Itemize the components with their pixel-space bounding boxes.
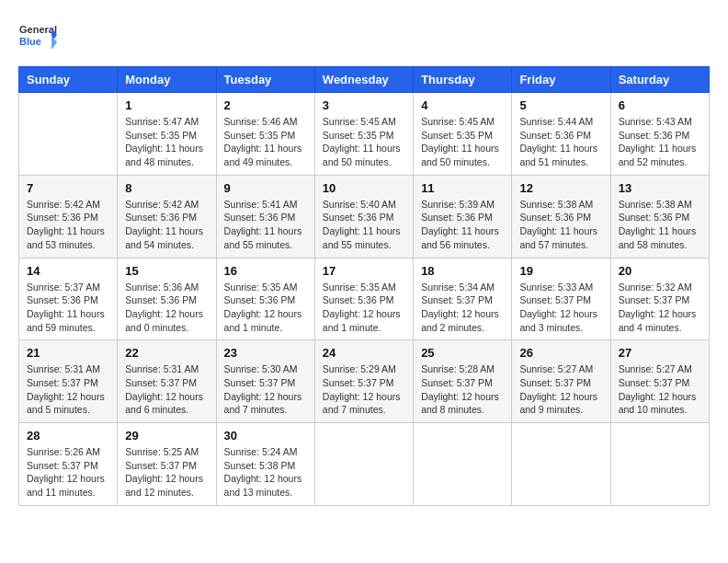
day-number: 30: [224, 429, 307, 442]
day-info: Sunrise: 5:42 AM Sunset: 5:36 PM Dayligh…: [125, 198, 208, 252]
calendar-cell: 20Sunrise: 5:32 AM Sunset: 5:37 PM Dayli…: [610, 258, 709, 340]
calendar-cell: 1Sunrise: 5:47 AM Sunset: 5:35 PM Daylig…: [118, 93, 216, 176]
day-info: Sunrise: 5:39 AM Sunset: 5:36 PM Dayligh…: [421, 198, 504, 252]
day-number: 29: [125, 429, 208, 442]
day-info: Sunrise: 5:46 AM Sunset: 5:35 PM Dayligh…: [224, 115, 307, 169]
day-info: Sunrise: 5:41 AM Sunset: 5:36 PM Dayligh…: [224, 198, 307, 252]
calendar-cell: 2Sunrise: 5:46 AM Sunset: 5:35 PM Daylig…: [216, 93, 314, 176]
day-info: Sunrise: 5:26 AM Sunset: 5:37 PM Dayligh…: [27, 445, 109, 500]
calendar-cell: 24Sunrise: 5:29 AM Sunset: 5:37 PM Dayli…: [314, 340, 413, 423]
day-info: Sunrise: 5:45 AM Sunset: 5:35 PM Dayligh…: [323, 115, 405, 169]
day-number: 11: [421, 181, 504, 195]
day-number: 13: [619, 181, 701, 195]
calendar-cell: [314, 423, 413, 506]
calendar-cell: 10Sunrise: 5:40 AM Sunset: 5:36 PM Dayli…: [314, 175, 413, 258]
calendar-cell: 12Sunrise: 5:38 AM Sunset: 5:36 PM Dayli…: [512, 175, 610, 258]
calendar-cell: 18Sunrise: 5:34 AM Sunset: 5:37 PM Dayli…: [414, 258, 512, 340]
day-info: Sunrise: 5:34 AM Sunset: 5:37 PM Dayligh…: [421, 281, 504, 335]
calendar-cell: 8Sunrise: 5:42 AM Sunset: 5:36 PM Daylig…: [118, 175, 216, 258]
day-number: 4: [421, 98, 504, 112]
calendar-cell: 19Sunrise: 5:33 AM Sunset: 5:37 PM Dayli…: [512, 258, 610, 340]
day-number: 18: [421, 264, 504, 278]
day-info: Sunrise: 5:31 AM Sunset: 5:37 PM Dayligh…: [27, 362, 109, 417]
day-number: 19: [519, 264, 602, 278]
day-info: Sunrise: 5:38 AM Sunset: 5:36 PM Dayligh…: [519, 198, 602, 252]
day-number: 8: [125, 181, 208, 195]
calendar-cell: 7Sunrise: 5:42 AM Sunset: 5:36 PM Daylig…: [19, 175, 118, 258]
calendar-cell: 11Sunrise: 5:39 AM Sunset: 5:36 PM Dayli…: [414, 175, 512, 258]
calendar-cell: 25Sunrise: 5:28 AM Sunset: 5:37 PM Dayli…: [414, 340, 512, 423]
day-number: 17: [323, 264, 405, 278]
calendar-cell: 16Sunrise: 5:35 AM Sunset: 5:36 PM Dayli…: [216, 258, 314, 340]
calendar-cell: [19, 93, 118, 176]
day-number: 6: [619, 98, 701, 112]
day-number: 25: [421, 346, 504, 360]
day-info: Sunrise: 5:35 AM Sunset: 5:36 PM Dayligh…: [323, 281, 405, 335]
day-info: Sunrise: 5:31 AM Sunset: 5:37 PM Dayligh…: [125, 362, 208, 417]
calendar-cell: 27Sunrise: 5:27 AM Sunset: 5:37 PM Dayli…: [610, 340, 709, 423]
day-info: Sunrise: 5:47 AM Sunset: 5:35 PM Dayligh…: [125, 115, 208, 169]
day-number: 7: [27, 181, 109, 195]
calendar-cell: 23Sunrise: 5:30 AM Sunset: 5:37 PM Dayli…: [216, 340, 314, 423]
header: General Blue: [18, 18, 710, 57]
day-info: Sunrise: 5:25 AM Sunset: 5:37 PM Dayligh…: [125, 445, 208, 500]
day-info: Sunrise: 5:24 AM Sunset: 5:38 PM Dayligh…: [224, 445, 307, 500]
day-info: Sunrise: 5:40 AM Sunset: 5:36 PM Dayligh…: [323, 198, 405, 252]
calendar-cell: [414, 423, 512, 506]
calendar-cell: 14Sunrise: 5:37 AM Sunset: 5:36 PM Dayli…: [19, 258, 118, 340]
day-number: 16: [224, 264, 307, 278]
col-header-friday: Friday: [512, 67, 610, 93]
day-info: Sunrise: 5:43 AM Sunset: 5:36 PM Dayligh…: [619, 115, 701, 169]
calendar-cell: [512, 423, 610, 506]
calendar-cell: 28Sunrise: 5:26 AM Sunset: 5:37 PM Dayli…: [19, 423, 118, 506]
day-number: 20: [619, 264, 701, 278]
day-info: Sunrise: 5:32 AM Sunset: 5:37 PM Dayligh…: [619, 281, 701, 335]
calendar-cell: 3Sunrise: 5:45 AM Sunset: 5:35 PM Daylig…: [314, 93, 413, 176]
svg-text:General: General: [19, 24, 57, 35]
calendar-cell: 29Sunrise: 5:25 AM Sunset: 5:37 PM Dayli…: [118, 423, 216, 506]
calendar-cell: 9Sunrise: 5:41 AM Sunset: 5:36 PM Daylig…: [216, 175, 314, 258]
day-number: 14: [27, 264, 109, 278]
col-header-thursday: Thursday: [414, 67, 512, 93]
day-number: 12: [519, 181, 602, 195]
day-number: 26: [519, 346, 602, 360]
col-header-sunday: Sunday: [19, 67, 118, 93]
day-number: 27: [619, 346, 701, 360]
logo-icon: General Blue: [18, 18, 57, 57]
day-info: Sunrise: 5:37 AM Sunset: 5:36 PM Dayligh…: [27, 281, 109, 335]
calendar: SundayMondayTuesdayWednesdayThursdayFrid…: [18, 66, 710, 506]
day-info: Sunrise: 5:30 AM Sunset: 5:37 PM Dayligh…: [224, 362, 307, 417]
day-number: 5: [519, 98, 602, 112]
day-info: Sunrise: 5:36 AM Sunset: 5:36 PM Dayligh…: [125, 281, 208, 335]
day-info: Sunrise: 5:44 AM Sunset: 5:36 PM Dayligh…: [519, 115, 602, 169]
col-header-saturday: Saturday: [610, 67, 709, 93]
day-number: 28: [27, 429, 109, 442]
day-info: Sunrise: 5:42 AM Sunset: 5:36 PM Dayligh…: [27, 198, 109, 252]
day-info: Sunrise: 5:27 AM Sunset: 5:37 PM Dayligh…: [619, 362, 701, 417]
calendar-cell: 26Sunrise: 5:27 AM Sunset: 5:37 PM Dayli…: [512, 340, 610, 423]
svg-text:Blue: Blue: [19, 36, 41, 47]
col-header-wednesday: Wednesday: [314, 67, 413, 93]
calendar-cell: 5Sunrise: 5:44 AM Sunset: 5:36 PM Daylig…: [512, 93, 610, 176]
calendar-cell: 15Sunrise: 5:36 AM Sunset: 5:36 PM Dayli…: [118, 258, 216, 340]
logo: General Blue: [18, 18, 57, 57]
calendar-cell: [610, 423, 709, 506]
day-info: Sunrise: 5:35 AM Sunset: 5:36 PM Dayligh…: [224, 281, 307, 335]
calendar-cell: 6Sunrise: 5:43 AM Sunset: 5:36 PM Daylig…: [610, 93, 709, 176]
day-number: 1: [125, 98, 208, 112]
day-info: Sunrise: 5:38 AM Sunset: 5:36 PM Dayligh…: [619, 198, 701, 252]
calendar-cell: 30Sunrise: 5:24 AM Sunset: 5:38 PM Dayli…: [216, 423, 314, 506]
day-number: 24: [323, 346, 405, 360]
col-header-tuesday: Tuesday: [216, 67, 314, 93]
day-number: 21: [27, 346, 109, 360]
day-number: 9: [224, 181, 307, 195]
day-info: Sunrise: 5:28 AM Sunset: 5:37 PM Dayligh…: [421, 362, 504, 417]
calendar-cell: 4Sunrise: 5:45 AM Sunset: 5:35 PM Daylig…: [414, 93, 512, 176]
day-info: Sunrise: 5:27 AM Sunset: 5:37 PM Dayligh…: [519, 362, 602, 417]
day-number: 2: [224, 98, 307, 112]
day-number: 23: [224, 346, 307, 360]
day-info: Sunrise: 5:45 AM Sunset: 5:35 PM Dayligh…: [421, 115, 504, 169]
day-info: Sunrise: 5:33 AM Sunset: 5:37 PM Dayligh…: [519, 281, 602, 335]
col-header-monday: Monday: [118, 67, 216, 93]
day-number: 10: [323, 181, 405, 195]
